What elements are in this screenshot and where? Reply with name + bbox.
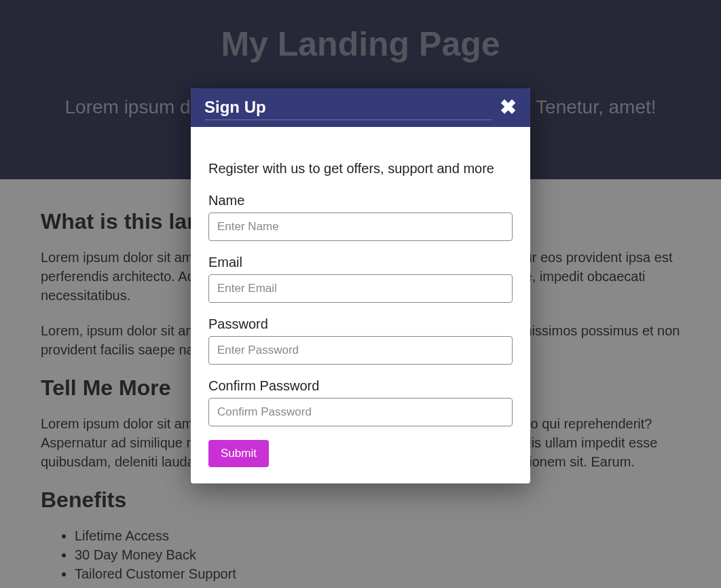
name-field[interactable] — [208, 213, 513, 241]
close-icon[interactable]: ✖ — [500, 97, 517, 117]
modal-body: Register with us to get offers, support … — [191, 127, 530, 483]
modal-title: Sign Up — [204, 98, 492, 120]
password-field[interactable] — [208, 336, 513, 365]
modal-header: Sign Up ✖ — [191, 88, 530, 127]
submit-button[interactable]: Submit — [208, 440, 269, 467]
confirm-password-label: Confirm Password — [208, 378, 513, 394]
name-label: Name — [208, 193, 513, 208]
modal-overlay[interactable]: Sign Up ✖ Register with us to get offers… — [0, 0, 721, 588]
email-label: Email — [208, 255, 513, 270]
email-field[interactable] — [208, 274, 513, 303]
confirm-password-field[interactable] — [208, 398, 513, 426]
password-label: Password — [208, 316, 513, 332]
signup-modal: Sign Up ✖ Register with us to get offers… — [191, 88, 530, 483]
modal-intro: Register with us to get offers, support … — [208, 161, 513, 177]
